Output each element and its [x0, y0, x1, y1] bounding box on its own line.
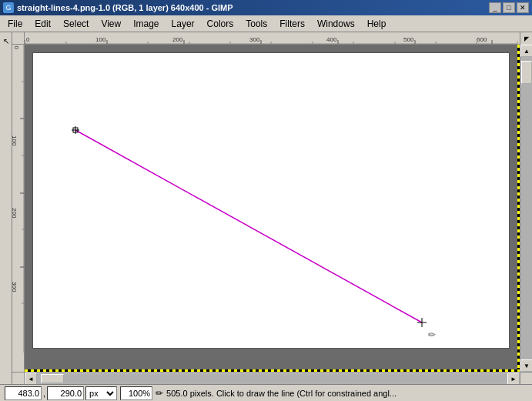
image-canvas[interactable]: ✏ — [32, 52, 510, 349]
menu-item-help[interactable]: Help — [361, 17, 393, 31]
corner-br — [520, 373, 532, 384]
canvas-scroll: 0 100 200 300 — [12, 45, 532, 372]
svg-text:100: 100 — [95, 36, 106, 43]
canvas-outer: 0 100 200 300 400 500 600 — [12, 32, 532, 384]
menu-item-tools[interactable]: Tools — [239, 17, 273, 31]
menu-item-view[interactable]: View — [95, 17, 127, 31]
tool-arrow[interactable]: ↖ — [1, 35, 12, 46]
menu-item-layer[interactable]: Layer — [166, 17, 201, 31]
scroll-right-button[interactable]: ► — [507, 373, 520, 384]
svg-text:200: 200 — [172, 36, 183, 43]
coord-separator: , — [43, 389, 45, 398]
maximize-button[interactable]: □ — [503, 2, 515, 13]
scroll-track-horizontal[interactable] — [37, 373, 507, 384]
pencil-icon: ✏ — [156, 388, 163, 399]
gimp-icon: G — [3, 2, 14, 13]
zoom-input[interactable] — [120, 386, 152, 400]
left-ruler: 0 100 200 300 — [12, 45, 25, 372]
svg-line-39 — [75, 130, 422, 322]
menu-item-image[interactable]: Image — [127, 17, 165, 31]
menu-item-windows[interactable]: Windows — [311, 17, 361, 31]
svg-text:400: 400 — [326, 36, 337, 43]
right-scrollbar: ▲ ▼ — [520, 45, 532, 372]
coord-y-input[interactable] — [47, 386, 84, 400]
menu-item-filters[interactable]: Filters — [273, 17, 311, 31]
status-message: 505.0 pixels. Click to draw the line (Ct… — [166, 389, 527, 398]
corner-bl — [12, 373, 25, 384]
scroll-thumb-vertical[interactable] — [521, 61, 532, 84]
svg-text:200: 200 — [12, 208, 18, 219]
menu-item-colors[interactable]: Colors — [201, 17, 240, 31]
bottom-area: ◄ ► — [12, 372, 532, 384]
scroll-thumb-horizontal[interactable] — [41, 374, 64, 383]
title-buttons: _ □ ✕ — [489, 2, 529, 13]
top-ruler-row: 0 100 200 300 400 500 600 — [12, 32, 532, 45]
svg-text:0: 0 — [13, 45, 20, 49]
svg-text:100: 100 — [12, 135, 18, 146]
scroll-track-vertical[interactable] — [520, 57, 532, 359]
scroll-left-button[interactable]: ◄ — [25, 373, 37, 384]
svg-text:0: 0 — [26, 36, 30, 43]
svg-text:600: 600 — [477, 36, 487, 43]
left-toolbar: ↖ — [0, 32, 12, 384]
menu-item-file[interactable]: File — [2, 17, 28, 31]
scroll-down-button[interactable]: ▼ — [520, 359, 532, 372]
svg-text:300: 300 — [249, 36, 260, 43]
top-ruler: 0 100 200 300 400 500 600 — [25, 32, 520, 44]
ruler-corner — [12, 32, 25, 45]
svg-text:500: 500 — [403, 36, 414, 43]
svg-text:✏: ✏ — [428, 329, 436, 340]
canvas-border-right — [517, 45, 520, 372]
coord-x-input[interactable] — [5, 386, 42, 400]
title-bar: G straight-lines-4.png-1.0 (RGB, 1 layer… — [0, 0, 532, 15]
title-bar-left: G straight-lines-4.png-1.0 (RGB, 1 layer… — [3, 2, 233, 13]
close-button[interactable]: ✕ — [517, 2, 529, 13]
unit-select[interactable]: px in mm — [85, 386, 117, 400]
status-bar: , px in mm ✏ 505.0 pixels. Click to draw… — [0, 384, 532, 401]
main-area: ↖ 0 100 200 300 400 — [0, 32, 532, 384]
menu-bar: FileEditSelectViewImageLayerColorsToolsF… — [0, 15, 532, 32]
minimize-button[interactable]: _ — [489, 2, 501, 13]
menu-item-select[interactable]: Select — [57, 17, 95, 31]
window-title: straight-lines-4.png-1.0 (RGB, 1 layer) … — [17, 3, 233, 12]
canvas-area[interactable]: ✏ — [25, 45, 520, 372]
svg-text:300: 300 — [12, 282, 18, 292]
coordinate-display: , px in mm — [5, 386, 117, 400]
scroll-up-button[interactable]: ▲ — [520, 45, 532, 57]
corner-btn[interactable]: ◤ — [520, 32, 532, 45]
canvas-border-bottom — [25, 369, 520, 372]
menu-item-edit[interactable]: Edit — [28, 17, 57, 31]
